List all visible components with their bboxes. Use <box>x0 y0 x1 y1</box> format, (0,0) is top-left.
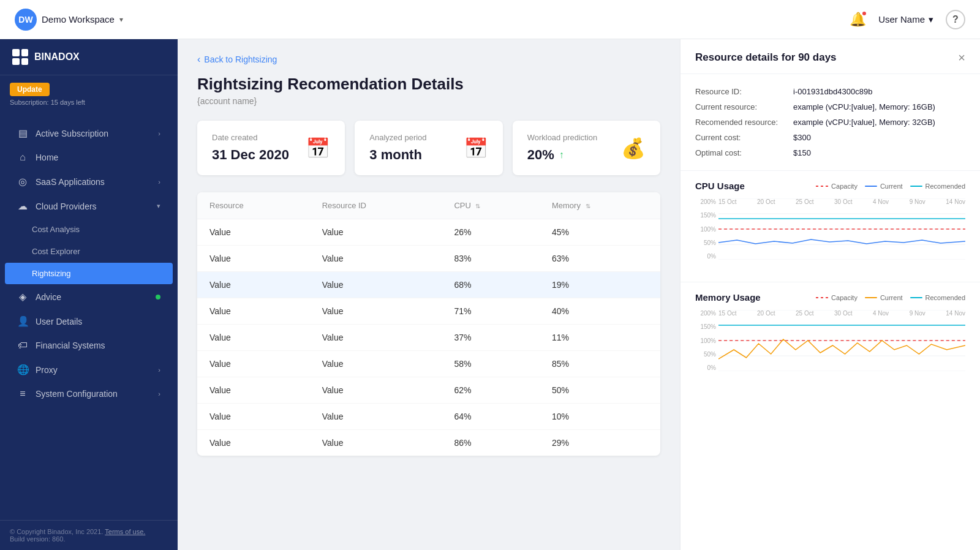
sidebar-item-saas-applications[interactable]: ◎ SaaS Applications › <box>5 170 173 194</box>
update-subscription-button[interactable]: Update <box>10 83 50 96</box>
chevron-down-icon: ▾ <box>157 202 160 210</box>
advice-dot <box>156 295 160 299</box>
sidebar-item-label: Advice <box>36 292 61 302</box>
right-panel: Resource details for 90 days × Resource … <box>680 39 980 550</box>
legend-capacity: Capacity <box>816 183 858 190</box>
cell-memory: 45% <box>540 219 660 246</box>
logo-text: BINADOX <box>34 51 80 62</box>
stat-label-date: Date created <box>212 133 289 142</box>
resource-info-label: Recomended resource: <box>695 118 793 127</box>
memory-chart-header: Memory Usage Capacity Current Recomen <box>695 292 965 303</box>
cell-resource: Value <box>197 404 310 430</box>
notifications-button[interactable]: 🔔 <box>850 12 866 28</box>
sidebar-item-label: Active Subscription <box>36 129 108 138</box>
help-button[interactable]: ? <box>946 10 965 29</box>
recommended-line-icon <box>910 186 922 187</box>
memory-chart-section: Memory Usage Capacity Current Recomen <box>680 282 980 393</box>
sidebar-item-cost-analysis[interactable]: Cost Analysis <box>5 219 173 240</box>
col-header-cpu[interactable]: CPU ⇅ <box>442 192 540 219</box>
sidebar-item-label: Proxy <box>36 365 58 375</box>
stat-card-period: Analyzed period 3 month 📅 <box>355 121 502 175</box>
calendar-icon: 📅 <box>306 137 330 160</box>
sidebar-item-home[interactable]: ⌂ Home <box>5 146 173 169</box>
stat-value-period: 3 month <box>369 147 426 163</box>
cell-resource: Value <box>197 219 310 246</box>
sidebar-nav: ▤ Active Subscription › ⌂ Home ◎ SaaS Ap… <box>0 113 178 413</box>
user-icon: 👤 <box>17 315 28 327</box>
table-row[interactable]: Value Value 58% 85% <box>197 351 660 377</box>
cell-resource-id: Value <box>310 219 442 246</box>
recommended-mem-line-icon <box>910 297 922 298</box>
current-line-icon <box>865 186 877 187</box>
col-header-memory[interactable]: Memory ⇅ <box>540 192 660 219</box>
sidebar-item-label: Cost Analysis <box>32 225 80 234</box>
panel-close-button[interactable]: × <box>958 51 965 64</box>
sidebar-footer: © Copyright Binadox, Inc 2021. Terms of … <box>0 520 178 550</box>
memory-chart-svg <box>718 310 965 371</box>
stat-card-date: Date created 31 Dec 2020 📅 <box>197 121 345 175</box>
cpu-chart-section: CPU Usage Capacity Current Recomended <box>680 171 980 282</box>
cpu-chart-svg <box>718 198 965 260</box>
sidebar-item-cloud-providers[interactable]: ☁ Cloud Providers ▾ <box>5 194 173 218</box>
copyright-text: © Copyright Binadox, Inc 2021. <box>10 528 103 535</box>
cell-memory: 11% <box>540 325 660 351</box>
resource-info-value: $150 <box>793 148 811 157</box>
table-row[interactable]: Value Value 68% 19% <box>197 272 660 298</box>
calendar2-icon: 📅 <box>464 137 488 160</box>
terms-link[interactable]: Terms of use. <box>105 528 145 535</box>
back-to-rightsizing-button[interactable]: ‹ Back to Rightsizing <box>197 54 277 65</box>
sidebar-item-system-configuration[interactable]: ≡ System Configuration › <box>5 382 173 405</box>
sidebar-item-label: Cost Explorer <box>32 247 80 256</box>
cell-cpu: 58% <box>442 351 540 377</box>
sidebar-item-active-subscription[interactable]: ▤ Active Subscription › <box>5 121 173 145</box>
cpu-chart-title: CPU Usage <box>695 181 745 191</box>
sidebar-item-proxy[interactable]: 🌐 Proxy › <box>5 358 173 382</box>
cell-resource: Value <box>197 351 310 377</box>
cell-memory: 29% <box>540 430 660 456</box>
stat-label-period: Analyzed period <box>369 133 426 142</box>
cell-resource: Value <box>197 377 310 404</box>
cpu-chart-header: CPU Usage Capacity Current Recomended <box>695 181 965 191</box>
sidebar-item-financial-systems[interactable]: 🏷 Financial Systems <box>5 334 173 357</box>
table-row[interactable]: Value Value 83% 63% <box>197 246 660 272</box>
resource-info-row: Current resource:example (vCPU:[value], … <box>695 99 965 115</box>
saas-icon: ◎ <box>17 176 28 187</box>
sidebar-item-user-details[interactable]: 👤 User Details <box>5 309 173 333</box>
stat-value-workload: 20% ↑ <box>527 147 598 163</box>
cell-cpu: 86% <box>442 430 540 456</box>
sidebar-item-label: Rightsizing <box>32 269 71 278</box>
resource-info: Resource ID:i-001931dbd4300c89bCurrent r… <box>680 74 980 171</box>
build-version: Build version: 860. <box>10 535 66 543</box>
panel-header: Resource details for 90 days × <box>680 39 980 74</box>
table-row[interactable]: Value Value 62% 50% <box>197 377 660 404</box>
cell-resource-id: Value <box>310 377 442 404</box>
workspace-button[interactable]: DW Demo Workspace ▾ <box>15 9 123 31</box>
stat-card-workload: Workload prediction 20% ↑ 💰 <box>513 121 660 175</box>
sidebar-item-label: User Details <box>36 317 82 326</box>
sidebar-item-cost-explorer[interactable]: Cost Explorer <box>5 241 173 262</box>
table-row[interactable]: Value Value 64% 10% <box>197 404 660 430</box>
cell-resource-id: Value <box>310 430 442 456</box>
resource-info-row: Resource ID:i-001931dbd4300c89b <box>695 84 965 99</box>
user-menu-button[interactable]: User Name ▾ <box>878 14 933 25</box>
stat-label-workload: Workload prediction <box>527 133 598 142</box>
chevron-right-icon: › <box>158 366 160 374</box>
legend-current: Current <box>865 183 903 190</box>
cell-memory: 19% <box>540 272 660 298</box>
memory-y-labels: 200%150%100%50%0% <box>695 310 718 371</box>
table-row[interactable]: Value Value 71% 40% <box>197 298 660 325</box>
cell-memory: 50% <box>540 377 660 404</box>
cell-memory: 63% <box>540 246 660 272</box>
capacity-mem-line-icon <box>816 297 828 298</box>
legend-current-mem-label: Current <box>880 294 903 301</box>
sidebar-item-rightsizing[interactable]: Rightsizing <box>5 263 173 284</box>
table-row[interactable]: Value Value 86% 29% <box>197 430 660 456</box>
main-area: BINADOX Update Subscription: 15 days lef… <box>0 39 980 550</box>
cloud-icon: ☁ <box>17 200 28 212</box>
cell-resource: Value <box>197 298 310 325</box>
legend-current-mem: Current <box>865 294 903 301</box>
table-row[interactable]: Value Value 37% 11% <box>197 325 660 351</box>
col-header-resource-id: Resource ID <box>310 192 442 219</box>
sidebar-item-advice[interactable]: ◈ Advice <box>5 285 173 309</box>
table-row[interactable]: Value Value 26% 45% <box>197 219 660 246</box>
